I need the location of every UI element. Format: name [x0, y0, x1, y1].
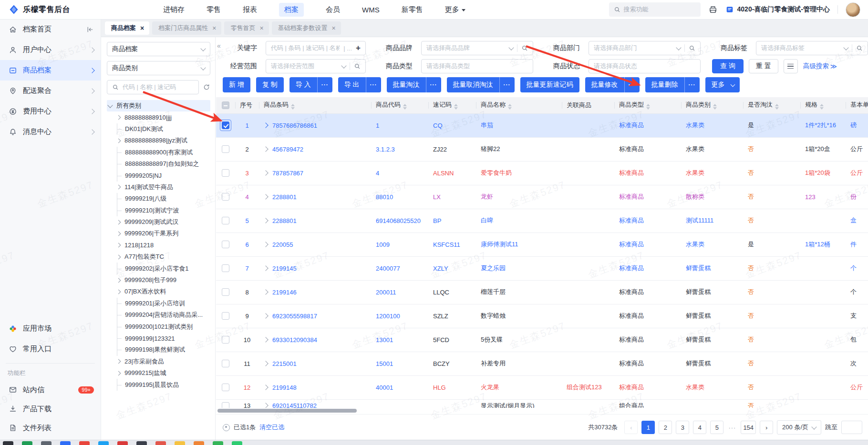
table-row[interactable]: 106933012090384130015FCD5份叉碟标准商品鲜蕾蛋糕否包: [216, 328, 868, 352]
taskbar-icon[interactable]: [175, 441, 185, 445]
table-row[interactable]: 24567894723.1.2.3ZJ22猪脚22标准商品水果类否1箱*20盒公…: [216, 137, 868, 161]
row-checkbox[interactable]: [222, 121, 229, 129]
chevron-right-icon[interactable]: [116, 254, 121, 259]
action-button-2[interactable]: 导 入···: [289, 77, 332, 92]
chevron-right-icon[interactable]: [116, 138, 121, 143]
tree-item-13[interactable]: A77|包装类TC: [107, 251, 210, 263]
page-button-1[interactable]: 1: [641, 421, 655, 434]
table-row[interactable]: 969230555988171200100SZLZ数字蜡烛标准商品鲜蕾蛋糕否支: [216, 304, 868, 328]
row-checkbox[interactable]: [222, 217, 229, 224]
taskbar-icon[interactable]: [213, 441, 223, 445]
tab-3[interactable]: 基础档案参数设置×: [272, 21, 341, 35]
more-options-icon[interactable]: ···: [317, 77, 332, 92]
expand-row-icon[interactable]: [263, 218, 268, 223]
taskbar-icon[interactable]: [194, 441, 204, 445]
row-checkbox[interactable]: [222, 336, 229, 344]
tab-close-icon[interactable]: ×: [332, 25, 336, 31]
barcode-link[interactable]: 787857867: [272, 170, 303, 177]
tree-item-20[interactable]: 99999199|123321: [107, 333, 210, 344]
tree-item-4[interactable]: 888888888900|有家测试: [107, 147, 210, 158]
department-select[interactable]: 请选择商品部门: [589, 41, 701, 55]
barcode-link[interactable]: 2199146: [272, 289, 297, 296]
search-icon[interactable]: [689, 45, 695, 51]
chevron-right-icon[interactable]: [116, 243, 121, 248]
nav-item-5[interactable]: WMS: [362, 6, 380, 14]
more-options-icon[interactable]: ···: [624, 77, 640, 92]
page-button-2[interactable]: 2: [659, 421, 672, 434]
more-options-icon[interactable]: ···: [684, 77, 700, 92]
expand-row-icon[interactable]: [263, 403, 268, 408]
refresh-icon[interactable]: [203, 83, 210, 91]
chevron-down-icon[interactable]: [107, 102, 113, 108]
sort-icon[interactable]: [820, 104, 824, 110]
tab-0[interactable]: 商品档案×: [105, 21, 149, 35]
chevron-right-icon[interactable]: [116, 359, 121, 364]
product-code-link[interactable]: 3.1.2.3: [376, 146, 395, 153]
category-mode-select[interactable]: 商品类别: [107, 61, 210, 75]
tree-item-6[interactable]: 99999205|NJ: [107, 170, 210, 181]
sort-icon[interactable]: [403, 104, 407, 110]
reset-button[interactable]: 重 置: [749, 59, 778, 73]
expand-row-icon[interactable]: [263, 265, 268, 271]
page-button-154[interactable]: 154: [741, 421, 756, 434]
product-code-link[interactable]: 4: [376, 170, 379, 177]
sidebar-tool-1[interactable]: 产品下载: [0, 399, 101, 418]
taskbar-icon[interactable]: [22, 441, 32, 445]
table-row[interactable]: 4228880188010LX龙虾标准商品散称类否123份: [216, 185, 868, 209]
nav-item-7[interactable]: 更多: [445, 5, 465, 14]
search-icon[interactable]: [521, 45, 528, 51]
tab-2[interactable]: 零售首页×: [224, 21, 269, 35]
product-code-link[interactable]: 1009: [376, 241, 390, 248]
barcode-link[interactable]: 2288801: [272, 217, 297, 224]
taskbar-icon[interactable]: [79, 441, 90, 445]
chevron-right-icon[interactable]: [116, 289, 121, 294]
row-checkbox[interactable]: [222, 169, 229, 177]
barcode-link[interactable]: 2288801: [272, 193, 297, 201]
row-checkbox[interactable]: [222, 384, 229, 391]
nav-item-6[interactable]: 新零售: [402, 5, 423, 14]
barcode-link[interactable]: 2199148: [272, 384, 297, 391]
taskbar-icon[interactable]: [136, 441, 147, 445]
sidebar-item-2[interactable]: 商品档案: [0, 60, 101, 81]
page-button-4[interactable]: 4: [693, 421, 706, 434]
barcode-link[interactable]: 2215001: [272, 360, 297, 367]
table-row[interactable]: 12219914840001HLG火龙果组合测试123标准商品水果类否公斤: [216, 375, 868, 399]
barcode-link[interactable]: 456789472: [272, 146, 303, 153]
advanced-search-link[interactable]: 高级搜索 ≫: [803, 62, 837, 71]
sidebar-item-3[interactable]: 配送聚合: [0, 81, 101, 101]
action-button-9[interactable]: 更多: [705, 77, 740, 92]
brand-select[interactable]: 请选择商品品牌: [421, 41, 533, 55]
product-code-link[interactable]: 1200100: [376, 313, 400, 320]
table-row[interactable]: 721991452400077XZLY夏之乐园标准商品鲜蕾蛋糕否个: [216, 256, 868, 280]
action-button-4[interactable]: 批量淘汰···: [387, 77, 441, 92]
taskbar-icon[interactable]: [117, 441, 128, 445]
tree-item-23[interactable]: 99999215|盐城: [107, 367, 210, 379]
row-checkbox[interactable]: [222, 360, 229, 367]
row-checkbox[interactable]: [222, 241, 229, 248]
action-button-8[interactable]: 批量删除···: [645, 77, 700, 92]
action-button-6[interactable]: 批量更新速记码: [520, 77, 579, 92]
nav-item-1[interactable]: 零售: [207, 5, 221, 14]
tree-item-11[interactable]: 99999206|干果系列: [107, 228, 210, 239]
more-options-icon[interactable]: ···: [499, 77, 515, 92]
status-select[interactable]: 请选择商品状态: [589, 59, 701, 73]
sidebar-item-1[interactable]: 用户中心: [0, 40, 101, 60]
sidebar-item-4[interactable]: 费用中心: [0, 101, 101, 121]
product-code-link[interactable]: 88010: [376, 193, 393, 201]
taskbar-icon[interactable]: [155, 441, 166, 445]
table-row[interactable]: 62200551009KSFCS11康师傅测试11标准商品水果类是1箱*12桶件: [216, 233, 868, 256]
tree-item-21[interactable]: 99999198|果然鲜测试: [107, 344, 210, 355]
chevron-right-icon[interactable]: [116, 278, 121, 283]
tab-close-icon[interactable]: ×: [140, 25, 144, 31]
global-search-input[interactable]: 搜索功能: [609, 2, 701, 17]
product-code-link[interactable]: 6914068025520: [376, 217, 421, 224]
product-code-link[interactable]: 40001: [376, 384, 393, 391]
taskbar-icon[interactable]: [98, 441, 109, 445]
sort-icon[interactable]: [291, 104, 295, 110]
page-button-3[interactable]: 3: [676, 421, 689, 434]
tree-item-24[interactable]: 99999195|晨晨饮品: [107, 379, 210, 390]
barcode-link[interactable]: 6920145110782: [272, 402, 317, 408]
tree-item-16[interactable]: 07|BX酒水饮料: [107, 286, 210, 297]
tree-item-18[interactable]: 99999204|营销活动商品采...: [107, 309, 210, 321]
product-code-link[interactable]: 1: [376, 122, 379, 129]
